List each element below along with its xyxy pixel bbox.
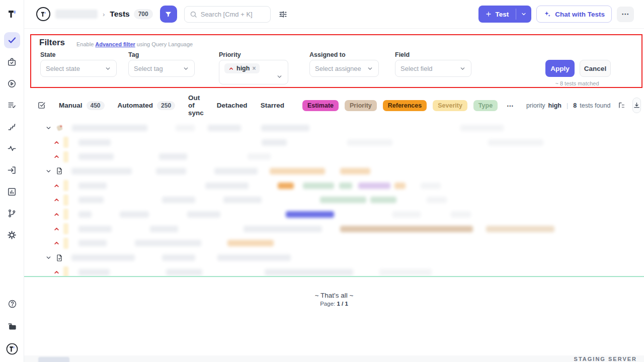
chevron-down-icon[interactable]: [45, 125, 52, 131]
test-row[interactable]: [24, 207, 644, 222]
test-row[interactable]: [24, 222, 644, 236]
tests-list: [24, 121, 644, 277]
redacted-text-blob: [270, 168, 325, 174]
redacted-text-blob: [392, 211, 421, 218]
sidebar-item-steps[interactable]: [4, 119, 20, 135]
column-chip-severity[interactable]: Severity: [433, 100, 467, 111]
field-placeholder: Select field: [400, 65, 459, 72]
header-more-button[interactable]: ⋯: [617, 7, 634, 22]
gear-icon: [7, 230, 17, 240]
select-all-icon[interactable]: [37, 101, 46, 110]
tab-manual[interactable]: Manual 450: [59, 101, 105, 110]
redacted-text-blob: [162, 197, 195, 203]
test-row[interactable]: [24, 178, 644, 193]
tab-detached[interactable]: Detached: [217, 102, 248, 109]
sidebar-item-analytics[interactable]: [4, 184, 20, 200]
filters-subtitle: Enable Advanced filter using Query Langu…: [76, 41, 193, 47]
sidebar-item-branches[interactable]: [4, 205, 20, 221]
redacted-text-blob: [261, 125, 309, 131]
filters-panel: Filters Enable Advanced filter using Que…: [30, 34, 642, 88]
divider: |: [567, 102, 568, 109]
pagination: Page: 1 / 1: [24, 301, 644, 307]
state-placeholder: Select state: [46, 65, 105, 72]
starred-strip: [63, 223, 68, 234]
column-chip-estimate[interactable]: Estimate: [302, 100, 339, 111]
test-row[interactable]: [24, 149, 644, 164]
project-logo[interactable]: [36, 7, 50, 21]
redacted-text-blob: [150, 226, 178, 232]
priority-high-icon: [53, 269, 60, 276]
bottom-left-widget-redacted[interactable]: [38, 357, 69, 362]
chips-more-button[interactable]: ⋯: [507, 102, 514, 110]
tab-count: 450: [87, 101, 105, 110]
tab-label: Starred: [261, 102, 284, 109]
sidebar-item-plans[interactable]: [4, 54, 20, 70]
redacted-text-blob: [78, 183, 107, 189]
state-select[interactable]: Select state: [40, 60, 117, 77]
redacted-text-blob: [187, 211, 220, 218]
logo-icon: [6, 343, 18, 355]
chevron-down-icon[interactable]: [45, 254, 52, 261]
redacted-text-blob: [451, 211, 471, 218]
redacted-text-blob: [208, 125, 241, 131]
filter-button[interactable]: [160, 6, 177, 23]
app-logo[interactable]: [0, 0, 24, 28]
briefcase-check-icon: [7, 57, 17, 67]
sidebar-item-runs[interactable]: [4, 75, 20, 92]
new-test-button[interactable]: Test: [478, 6, 516, 23]
sidebar-logo-bottom[interactable]: [4, 341, 20, 357]
sidebar-item-help[interactable]: [4, 296, 20, 312]
cancel-button[interactable]: Cancel: [580, 60, 611, 77]
tree-view-icon[interactable]: [617, 102, 625, 110]
test-row[interactable]: [24, 265, 644, 277]
suite-row[interactable]: [24, 164, 644, 178]
sidebar-item-settings[interactable]: [4, 227, 20, 243]
redacted-text-blob: [379, 269, 432, 276]
suite-row[interactable]: [24, 250, 644, 265]
download-icon: [633, 102, 640, 109]
tab-starred[interactable]: Starred: [261, 102, 284, 109]
advanced-filter-link[interactable]: Advanced filter: [95, 41, 135, 47]
assignee-select[interactable]: Select assignee: [309, 60, 379, 77]
column-chip-priority[interactable]: Priority: [345, 100, 377, 111]
redacted-text-blob: [339, 183, 352, 189]
sidebar-item-activity[interactable]: [4, 140, 20, 156]
project-name-redacted[interactable]: [55, 10, 98, 19]
column-chip-references[interactable]: References: [383, 100, 427, 111]
tab-out-of-sync[interactable]: Out of sync: [188, 94, 204, 117]
apply-button[interactable]: Apply: [545, 60, 575, 77]
priority-label: Priority: [219, 51, 241, 58]
new-test-split-button: Test: [478, 6, 531, 23]
search-box[interactable]: [184, 6, 271, 23]
test-row[interactable]: [24, 193, 644, 207]
new-test-label: Test: [495, 11, 509, 18]
suite-row[interactable]: [24, 121, 644, 135]
column-chip-type[interactable]: Type: [473, 100, 498, 111]
priority-chip-high[interactable]: high ×: [224, 63, 260, 73]
sidebar-item-import[interactable]: [4, 162, 20, 178]
suite-doc-icon: [55, 167, 63, 175]
funnel-icon: [165, 11, 172, 18]
chevron-down-icon[interactable]: [45, 168, 52, 174]
breadcrumb-section[interactable]: Tests: [110, 10, 129, 19]
chat-with-tests-button[interactable]: Chat with Tests: [536, 6, 612, 23]
view-settings-icon[interactable]: [278, 10, 288, 19]
new-test-dropdown[interactable]: [516, 6, 531, 23]
test-row[interactable]: [24, 135, 644, 150]
chip-remove-icon[interactable]: ×: [252, 65, 256, 72]
field-select[interactable]: Select field: [395, 60, 471, 77]
check-icon: [8, 36, 17, 45]
sidebar-item-checklists[interactable]: [4, 97, 20, 113]
sidebar-item-tests[interactable]: [4, 32, 20, 48]
test-row[interactable]: [24, 236, 644, 251]
tab-automated[interactable]: Automated 250: [118, 101, 176, 110]
redacted-text-blob: [278, 183, 294, 189]
download-button[interactable]: [632, 98, 641, 113]
redacted-text-blob: [488, 139, 543, 146]
field-label: Field: [395, 51, 410, 58]
search-input[interactable]: [201, 11, 261, 18]
starred-strip: [63, 180, 68, 191]
priority-select[interactable]: high ×: [219, 60, 288, 84]
sidebar-item-projects[interactable]: [4, 318, 20, 334]
tag-select[interactable]: Select tag: [128, 60, 195, 77]
